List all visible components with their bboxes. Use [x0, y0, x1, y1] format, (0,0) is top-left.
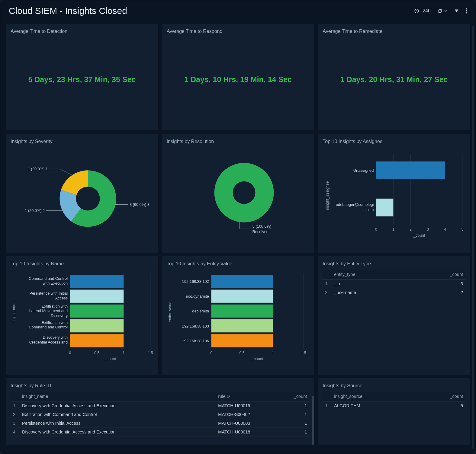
- svg-text:0: 0: [210, 351, 212, 355]
- svg-text:Persistence with Initial: Persistence with Initial: [29, 291, 68, 296]
- svg-rect-44: [70, 319, 124, 332]
- refresh-button[interactable]: [437, 8, 447, 14]
- svg-text:Lateral Movement and: Lateral Movement and: [29, 309, 68, 313]
- panel-avg-remediate: Average Time to Remediate 1 Days, 20 Hrs…: [318, 24, 470, 130]
- dashboard-grid: Average Time to Detection 5 Days, 23 Hrs…: [0, 18, 476, 451]
- svg-rect-25: [376, 199, 394, 216]
- svg-rect-24: [376, 161, 445, 179]
- svg-text:0.5: 0.5: [239, 351, 244, 355]
- source-table[interactable]: insight_source _count 1ALGORITHM5: [323, 392, 465, 410]
- table-scrollbar[interactable]: [312, 396, 314, 445]
- severity-donut-chart[interactable]: 1 (20.0%) 1 1 (20.0%) 2 3 (60.0%) 3: [11, 147, 153, 244]
- svg-text:_count: _count: [251, 356, 263, 361]
- svg-text:2: 2: [410, 227, 412, 232]
- panel-assignee: Top 10 Insights by Assignee Unassigned e…: [318, 134, 470, 253]
- metric-value: 5 Days, 23 Hrs, 37 Min, 35 Sec: [28, 75, 136, 84]
- svg-text:Discovery with: Discovery with: [43, 335, 68, 339]
- svg-point-2: [466, 10, 467, 11]
- clock-icon: [414, 8, 419, 14]
- table-row: 1ALGORITHM5: [323, 401, 465, 410]
- svg-text:0: 0: [69, 351, 71, 355]
- col-rule-id[interactable]: ruleID: [216, 392, 282, 401]
- svg-text:insight_assignee: insight_assignee: [325, 181, 330, 210]
- scrollbar[interactable]: [472, 26, 474, 449]
- svg-text:edebueger@sumologi: edebueger@sumologi: [336, 202, 374, 207]
- svg-text:Command and Control: Command and Control: [29, 276, 68, 280]
- svg-text:insight_name: insight_name: [11, 300, 16, 323]
- svg-text:Discovery: Discovery: [51, 313, 68, 318]
- panel-title: Top 10 Insights by Entity Value: [167, 261, 310, 267]
- svg-rect-45: [70, 334, 124, 347]
- svg-text:4: 4: [444, 227, 446, 232]
- by-entity-bar-chart[interactable]: 192.168.38.102 rico.dynamite deb.smith 1…: [167, 270, 310, 366]
- svg-text:0: 0: [375, 227, 377, 232]
- panel-title: Insights by Rule ID: [11, 383, 309, 388]
- panel-rule-id: Insights by Rule ID insight_name ruleID …: [6, 378, 314, 445]
- svg-rect-42: [70, 289, 124, 302]
- svg-point-4: [76, 187, 100, 210]
- filter-button[interactable]: [454, 8, 459, 14]
- panel-source: Insights by Source insight_source _count…: [318, 378, 470, 445]
- svg-text:3: 3: [427, 227, 429, 232]
- panel-title: Insights by Severity: [11, 139, 153, 144]
- svg-point-13: [233, 181, 255, 204]
- col-entity-type[interactable]: entity_type: [332, 270, 412, 280]
- panel-title: Top 10 Insights by Name: [11, 261, 153, 267]
- svg-rect-68: [211, 289, 273, 302]
- svg-rect-71: [211, 334, 273, 347]
- rule-id-table[interactable]: insight_name ruleID _count 1Discovery wi…: [11, 392, 309, 436]
- svg-point-1: [466, 8, 467, 10]
- panel-title: Insights by Source: [323, 383, 465, 388]
- entity-type-table[interactable]: entity_type _count 1_ip3 2_username2: [323, 270, 465, 297]
- time-range-button[interactable]: -24h: [414, 8, 431, 14]
- chevron-down-icon: [444, 9, 447, 12]
- svg-text:1.5: 1.5: [301, 351, 306, 355]
- col-count[interactable]: _count: [282, 392, 309, 401]
- svg-text:_count: _count: [104, 356, 116, 361]
- col-count[interactable]: _count: [418, 392, 465, 401]
- panel-title: Insights by Resolution: [167, 139, 310, 144]
- svg-text:3 (60.0%) 3: 3 (60.0%) 3: [130, 202, 150, 207]
- header: Cloud SIEM - Insights Closed -24h: [0, 0, 476, 18]
- panel-title: Average Time to Remediate: [323, 29, 465, 34]
- svg-point-3: [466, 12, 467, 14]
- table-row: 3Persistence with Initial AccessMATCH-U0…: [11, 419, 309, 428]
- col-count[interactable]: _count: [412, 270, 465, 280]
- col-insight-name[interactable]: insight_name: [20, 392, 216, 401]
- panel-avg-detection: Average Time to Detection 5 Days, 23 Hrs…: [6, 24, 158, 130]
- svg-text:1.5: 1.5: [148, 351, 153, 355]
- svg-text:deb.smith: deb.smith: [192, 309, 209, 313]
- by-name-bar-chart[interactable]: Command and Control with Execution Persi…: [11, 270, 153, 366]
- svg-rect-70: [211, 319, 273, 332]
- svg-rect-43: [70, 304, 124, 317]
- panel-by-entity: Top 10 Insights by Entity Value 192.168.…: [162, 256, 314, 375]
- svg-text:Unassigned: Unassigned: [353, 168, 374, 173]
- panel-title: Average Time to Detection: [11, 29, 153, 34]
- svg-rect-67: [211, 275, 273, 288]
- svg-text:Resolved: Resolved: [252, 229, 268, 234]
- svg-line-5: [60, 169, 71, 175]
- svg-rect-69: [211, 304, 273, 317]
- panel-resolution: Insights by Resolution 5 (100.0%) Resolv…: [162, 134, 314, 253]
- svg-text:1: 1: [123, 351, 125, 355]
- svg-text:Credential Access and: Credential Access and: [29, 340, 68, 344]
- svg-text:entity_value: entity_value: [167, 302, 172, 322]
- svg-text:192.168.38.102: 192.168.38.102: [182, 279, 209, 283]
- resolution-donut-chart[interactable]: 5 (100.0%) Resolved: [167, 147, 310, 244]
- table-row: 4Discovery with Credential Access and Ex…: [11, 428, 309, 436]
- svg-rect-41: [70, 275, 124, 288]
- svg-text:192.168.38.103: 192.168.38.103: [182, 324, 209, 328]
- svg-text:1: 1: [392, 227, 394, 232]
- svg-text:Access: Access: [55, 296, 68, 300]
- table-row: 2_username2: [323, 288, 465, 297]
- svg-text:5 (100.0%): 5 (100.0%): [252, 224, 271, 229]
- assignee-bar-chart[interactable]: Unassigned edebueger@sumologi c.com insi…: [323, 147, 465, 244]
- panel-title: Top 10 Insights by Assignee: [323, 139, 465, 144]
- svg-text:0.5: 0.5: [94, 351, 99, 355]
- more-menu-button[interactable]: [466, 8, 467, 14]
- col-insight-source[interactable]: insight_source: [332, 392, 418, 401]
- table-row: 2Exfiltration with Command and ControlMA…: [11, 410, 309, 419]
- svg-text:Command and Control: Command and Control: [29, 325, 68, 329]
- svg-text:192.168.38.106: 192.168.38.106: [182, 338, 209, 343]
- svg-text:Exfiltration with: Exfiltration with: [42, 320, 68, 325]
